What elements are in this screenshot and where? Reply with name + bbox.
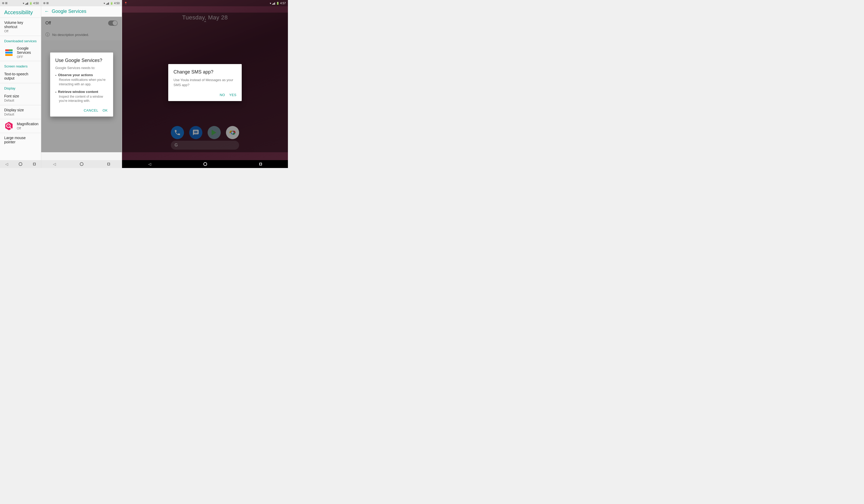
cancel-button[interactable]: CANCEL: [84, 107, 98, 113]
sms-dialog-title: Change SMS app?: [173, 69, 237, 75]
font-size-item[interactable]: Font size Default: [0, 91, 41, 105]
dialog-actions: CANCEL OK: [56, 107, 108, 113]
bullet-2: •: [56, 90, 57, 94]
location-icon: 📍: [124, 2, 127, 5]
signal-bars: [25, 2, 28, 5]
status-bar-3: 📍 ▾ 🔋 4:57: [122, 0, 288, 6]
dialog-overlay: Use Google Services? Google Services nee…: [41, 17, 122, 152]
battery-icon-1: 🔋: [29, 2, 32, 5]
volume-shortcut-value: Off: [4, 29, 37, 33]
sms-dialog-body: Use Youla instead of Messages as your SM…: [173, 77, 237, 88]
accessibility-content: Accessibility Volume key shortcut Off Do…: [0, 6, 41, 160]
retrieve-window-desc: Inspect the content of a window you're i…: [56, 95, 108, 104]
status-circle-2: [43, 2, 45, 4]
recents-button-2[interactable]: [107, 163, 110, 165]
google-services-icon: [4, 48, 14, 57]
bar1-3: [272, 4, 273, 5]
recents-icon-2: [107, 163, 110, 165]
accessibility-panel: ▾ 🔋 4:50 Accessibility Volume key shortc…: [0, 0, 41, 168]
svg-rect-1: [5, 52, 13, 53]
battery-icon-2: 🔋: [110, 2, 113, 5]
back-icon-3: ◁: [148, 162, 151, 166]
status-time-1: 4:50: [33, 2, 39, 5]
svg-point-7: [8, 125, 9, 126]
bar2-3: [273, 3, 274, 5]
status-square-2: [46, 2, 49, 4]
accessibility-title: Accessibility: [0, 6, 41, 17]
magnification-value: Off: [17, 127, 39, 130]
recents-icon-1: [33, 163, 36, 165]
status-time-3: 4:57: [280, 2, 286, 5]
bar3: [27, 3, 27, 5]
recents-button-1[interactable]: [33, 163, 36, 165]
dialog-title: Use Google Services?: [56, 58, 108, 63]
retrieve-window-title: • Retrieve window content: [56, 90, 108, 94]
home-icon-2: [80, 162, 83, 166]
recents-icon-3: [259, 163, 262, 165]
home-screen-panel: 📍 ▾ 🔋 4:57 Tuesday, May 28 ⌃ Change SMS …: [122, 0, 288, 168]
observe-actions-title: • Observe your actions: [56, 73, 108, 77]
volume-shortcut-item[interactable]: Volume key shortcut Off: [0, 18, 41, 36]
google-services-item[interactable]: Google Services OFF: [0, 44, 41, 61]
bottom-nav-3: ◁: [122, 160, 288, 168]
back-icon-2: ◁: [53, 162, 56, 166]
font-size-label: Font size: [4, 94, 37, 98]
back-button-1[interactable]: ◁: [5, 162, 8, 166]
back-arrow[interactable]: ←: [44, 9, 49, 14]
bar2: [26, 3, 26, 5]
status-circle: [2, 2, 4, 4]
magnification-item[interactable]: Magnification Off: [0, 119, 41, 133]
volume-shortcut-label: Volume key shortcut: [4, 21, 37, 29]
display-header: Display: [0, 83, 41, 91]
wifi-icon-3: ▾: [270, 2, 271, 5]
home-icon-3: [203, 162, 207, 166]
large-mouse-item[interactable]: Large mouse pointer: [0, 133, 41, 147]
tts-label: Text-to-speech output: [4, 72, 37, 80]
tts-item[interactable]: Text-to-speech output: [0, 69, 41, 83]
p2-toolbar: ← Google Services: [41, 6, 122, 17]
status-bar-1: ▾ 🔋 4:50: [0, 0, 41, 6]
home-button-1[interactable]: [19, 162, 22, 166]
dialog-item-1: • Observe your actions Receive notificat…: [56, 73, 108, 87]
signal-bars-3: [272, 2, 275, 5]
large-mouse-label: Large mouse pointer: [4, 136, 37, 144]
google-services-panel: ▾ 🔋 4:50 ← Google Services Off ⓘ No desc: [41, 0, 122, 168]
google-services-value: OFF: [17, 55, 37, 59]
wifi-icon-2: ▾: [104, 2, 105, 5]
dialog-item-2: • Retrieve window content Inspect the co…: [56, 90, 108, 104]
bottom-nav-2: ◁: [41, 160, 122, 168]
use-google-services-dialog: Use Google Services? Google Services nee…: [50, 52, 113, 117]
back-icon-1: ◁: [5, 162, 8, 166]
bar4: [27, 2, 28, 5]
p2-main-content: Off ⓘ No description provided. Use Googl…: [41, 17, 122, 160]
downloaded-services-header: Downloaded services: [0, 36, 41, 44]
sms-dialog-overlay: Change SMS app? Use Youla instead of Mes…: [122, 13, 288, 152]
sms-yes-button[interactable]: YES: [229, 92, 237, 98]
svg-rect-3: [5, 49, 9, 51]
bar1-2: [106, 4, 107, 5]
back-button-3[interactable]: ◁: [148, 162, 151, 166]
dialog-subtitle: Google Services needs to:: [56, 66, 108, 70]
recents-button-3[interactable]: [259, 163, 262, 165]
sms-no-button[interactable]: NO: [220, 92, 225, 98]
bar4-2: [108, 2, 109, 5]
bullet-1: •: [56, 73, 57, 77]
screen-readers-header: Screen readers: [0, 61, 41, 69]
change-sms-dialog: Change SMS app? Use Youla instead of Mes…: [168, 64, 242, 101]
back-button-2[interactable]: ◁: [53, 162, 56, 166]
sms-dialog-actions: NO YES: [173, 92, 237, 98]
ok-button[interactable]: OK: [103, 107, 108, 113]
status-square: [5, 2, 7, 4]
observe-actions-desc: Receive notifications when you're intera…: [56, 78, 108, 87]
home-button-2[interactable]: [80, 162, 83, 166]
wifi-icon: ▾: [23, 2, 24, 5]
display-size-item[interactable]: Display size Default: [0, 105, 41, 119]
svg-rect-2: [5, 54, 13, 56]
signal-bars-2: [106, 2, 109, 5]
google-services-title: Google Services: [52, 9, 86, 14]
bar4-3: [275, 2, 275, 5]
display-size-label: Display size: [4, 108, 37, 112]
bar2-2: [107, 3, 107, 5]
display-size-value: Default: [4, 112, 37, 116]
home-button-3[interactable]: [203, 162, 207, 166]
